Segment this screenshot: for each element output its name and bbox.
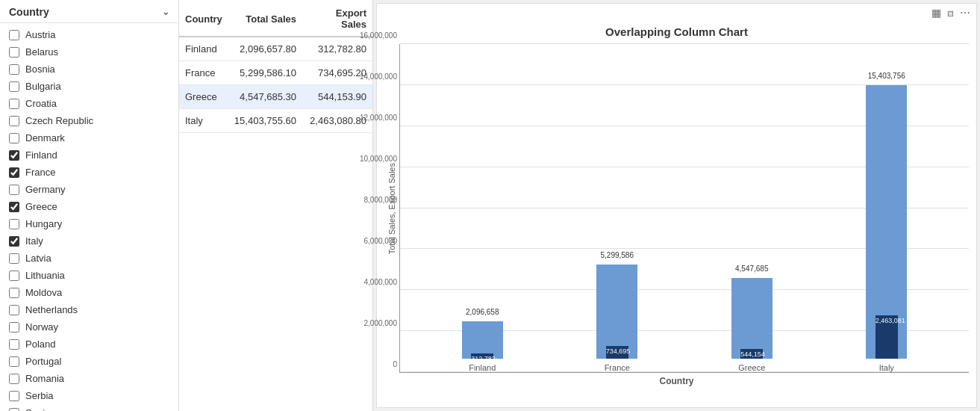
filter-label: Bosnia — [25, 64, 55, 75]
filter-item[interactable]: Norway — [0, 318, 178, 336]
filter-item[interactable]: Italy — [0, 232, 178, 250]
filter-checkbox[interactable] — [9, 64, 19, 75]
filter-item[interactable]: Romania — [0, 370, 178, 387]
filter-item[interactable]: Denmark — [0, 129, 178, 146]
filter-item[interactable]: Moldova — [0, 284, 178, 301]
filter-item[interactable]: Czech Republic — [0, 112, 178, 129]
filter-checkbox[interactable] — [9, 236, 19, 247]
filter-label: Latvia — [25, 253, 52, 264]
filter-checkbox[interactable] — [9, 356, 19, 367]
filter-checkbox[interactable] — [9, 322, 19, 333]
filter-checkbox[interactable] — [9, 202, 19, 212]
cell-country: Italy — [179, 109, 228, 133]
bar-export[interactable]: 312,782 — [471, 353, 493, 359]
bar-export[interactable]: 2,463,081 — [876, 315, 898, 359]
expand-icon[interactable]: ⧈ — [947, 7, 954, 19]
filter-item[interactable]: Bulgaria — [0, 78, 178, 95]
bar-total-label: 15,403,756 — [868, 72, 905, 80]
filter-checkbox[interactable] — [9, 116, 19, 126]
filter-checkbox[interactable] — [9, 81, 19, 92]
filter-item[interactable]: Belarus — [0, 43, 178, 61]
filter-checkbox[interactable] — [9, 408, 19, 412]
filter-item[interactable]: Bosnia — [0, 61, 178, 78]
filter-item[interactable]: Portugal — [0, 353, 178, 370]
filter-item[interactable]: Latvia — [0, 250, 178, 267]
cell-total-sales: 5,299,586.10 — [228, 61, 302, 85]
bar-group: 2,096,658312,782Finland — [452, 321, 512, 372]
filter-icon[interactable]: ▦ — [931, 7, 941, 19]
x-axis-label: Finland — [469, 363, 496, 372]
y-tick-label: 4,000,000 — [364, 278, 398, 286]
bar-export[interactable]: 734,695 — [606, 346, 628, 359]
filter-checkbox[interactable] — [9, 374, 19, 384]
x-axis-label: Greece — [738, 363, 765, 372]
filter-label: Poland — [25, 339, 55, 350]
x-axis-title: Country — [384, 376, 969, 386]
cell-total-sales: 15,403,755.60 — [228, 109, 302, 133]
filter-label: Norway — [25, 321, 58, 333]
y-tick-label: 16,000,000 — [360, 31, 397, 40]
table-row: France5,299,586.10734,695.20 — [179, 61, 372, 85]
filter-label: Lithuania — [25, 270, 65, 281]
filter-panel: Country ⌄ AustriaBelarusBosniaBulgariaCr… — [0, 0, 179, 411]
filter-item[interactable]: Greece — [0, 198, 178, 215]
cell-total-sales: 4,547,685.30 — [228, 85, 302, 109]
bar-group: 5,299,586734,695France — [587, 265, 647, 372]
filter-item[interactable]: Poland — [0, 336, 178, 353]
bar-total[interactable]: 2,096,658312,782 — [462, 321, 503, 359]
table-row: Finland2,096,657.80312,782.80 — [179, 37, 372, 61]
bar-total[interactable]: 4,547,685544,154 — [731, 278, 773, 359]
bar-total[interactable]: 15,403,7562,463,081 — [866, 85, 907, 359]
filter-item[interactable]: Spain — [0, 404, 178, 411]
filter-list: AustriaBelarusBosniaBulgariaCroatiaCzech… — [0, 23, 178, 411]
bar-export-label: 544,154 — [740, 350, 763, 358]
filter-checkbox[interactable] — [9, 99, 19, 109]
bar-export-label: 734,695 — [606, 347, 628, 355]
filter-checkbox[interactable] — [9, 219, 19, 229]
bar-total-label: 5,299,586 — [601, 251, 634, 259]
filter-checkbox[interactable] — [9, 253, 19, 264]
filter-checkbox[interactable] — [9, 305, 19, 315]
filter-checkbox[interactable] — [9, 185, 19, 195]
filter-checkbox[interactable] — [9, 47, 19, 58]
filter-item[interactable]: Serbia — [0, 387, 178, 404]
filter-checkbox[interactable] — [9, 150, 19, 161]
filter-label: Greece — [25, 201, 57, 212]
filter-checkbox[interactable] — [9, 391, 19, 401]
filter-item[interactable]: Hungary — [0, 215, 178, 232]
filter-label: Spain — [25, 407, 50, 411]
bar-total[interactable]: 5,299,586734,695 — [596, 265, 637, 359]
filter-label: Italy — [25, 235, 43, 247]
bar-export-label: 2,463,081 — [876, 317, 898, 324]
filter-item[interactable]: Austria — [0, 26, 178, 43]
filter-item[interactable]: Germany — [0, 181, 178, 198]
filter-item[interactable]: Croatia — [0, 95, 178, 112]
filter-label: Netherlands — [25, 304, 78, 315]
filter-label: Bulgaria — [25, 81, 61, 92]
filter-checkbox[interactable] — [9, 167, 19, 178]
filter-item[interactable]: France — [0, 164, 178, 181]
x-axis-label: France — [605, 363, 630, 372]
bar-export[interactable]: 544,154 — [740, 349, 763, 359]
bar-total-label: 2,096,658 — [466, 308, 499, 316]
y-tick-label: 8,000,000 — [364, 196, 398, 204]
filter-checkbox[interactable] — [9, 271, 19, 281]
chevron-down-icon[interactable]: ⌄ — [162, 7, 169, 17]
filter-item[interactable]: Netherlands — [0, 301, 178, 318]
filter-item[interactable]: Lithuania — [0, 267, 178, 284]
filter-checkbox[interactable] — [9, 133, 19, 143]
more-icon[interactable]: ⋯ — [960, 7, 970, 19]
chart-inner: Total Sales, Export Sales 02,000,0004,00… — [384, 44, 969, 373]
col-country: Country — [179, 0, 228, 37]
filter-checkbox[interactable] — [9, 339, 19, 350]
y-tick-label: 0 — [393, 360, 397, 368]
y-tick-label: 12,000,000 — [360, 114, 397, 122]
filter-header: Country ⌄ — [0, 0, 178, 23]
filter-checkbox[interactable] — [9, 30, 19, 40]
bar-group: 4,547,685544,154Greece — [722, 278, 781, 372]
filter-checkbox[interactable] — [9, 288, 19, 298]
filter-item[interactable]: Finland — [0, 146, 178, 164]
chart-plot: 02,000,0004,000,0006,000,0008,000,00010,… — [399, 44, 969, 373]
cell-country: Finland — [179, 37, 228, 61]
bar-export-label: 312,782 — [471, 355, 493, 362]
